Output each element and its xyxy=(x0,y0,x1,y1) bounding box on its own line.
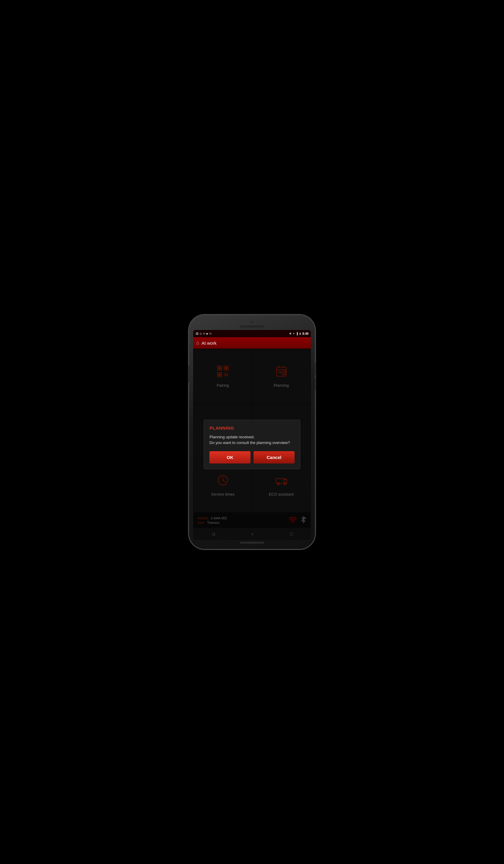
front-camera xyxy=(251,320,253,323)
planning-dialog: PLANNING Planning update received.Do you… xyxy=(204,420,300,469)
toolbar-title: At work xyxy=(202,340,217,346)
volume-up-button[interactable] xyxy=(315,363,316,375)
bottom-speaker-area xyxy=(193,542,311,544)
phone-device: 🖼 ◎ N ▶ N ✱ ▾ ▐ ▮ 8:49 ⌂ At work xyxy=(189,315,315,549)
toolbar: ⌂ At work xyxy=(193,337,311,349)
dialog-message: Planning update received.Do you want to … xyxy=(209,434,294,446)
dialog-buttons: OK Cancel xyxy=(209,451,294,464)
home-icon[interactable]: ⌂ xyxy=(196,340,199,346)
cancel-button[interactable]: Cancel xyxy=(253,451,295,464)
dialog-overlay: PLANNING Planning update received.Do you… xyxy=(193,349,311,540)
n-status-icon: N xyxy=(203,332,205,335)
ok-button[interactable]: OK xyxy=(209,451,251,464)
status-bar: 🖼 ◎ N ▶ N ✱ ▾ ▐ ▮ 8:49 xyxy=(193,330,311,337)
status-icons-right: ✱ ▾ ▐ ▮ 8:49 xyxy=(289,332,309,335)
signal-status-icon: ▐ xyxy=(296,332,298,335)
screen: 🖼 ◎ N ▶ N ✱ ▾ ▐ ▮ 8:49 ⌂ At work xyxy=(193,330,311,540)
wifi-status-icon: ▾ xyxy=(293,332,295,335)
image-status-icon: 🖼 xyxy=(195,332,198,335)
power-button[interactable] xyxy=(188,366,189,383)
bottom-speaker xyxy=(240,542,264,544)
main-content: Pairing xyxy=(193,349,311,540)
location-status-icon: ◎ xyxy=(200,332,202,335)
dialog-title: PLANNING xyxy=(209,425,294,431)
status-time: 8:49 xyxy=(302,332,309,335)
bluetooth-status-icon: ✱ xyxy=(289,332,291,335)
volume-down-button[interactable] xyxy=(315,378,316,390)
status-icons-left: 🖼 ◎ N ▶ N xyxy=(195,332,212,335)
top-speaker xyxy=(240,326,264,328)
play-status-icon: ▶ xyxy=(206,332,208,335)
n2-status-icon: N xyxy=(210,332,212,335)
battery-status-icon: ▮ xyxy=(299,332,301,335)
